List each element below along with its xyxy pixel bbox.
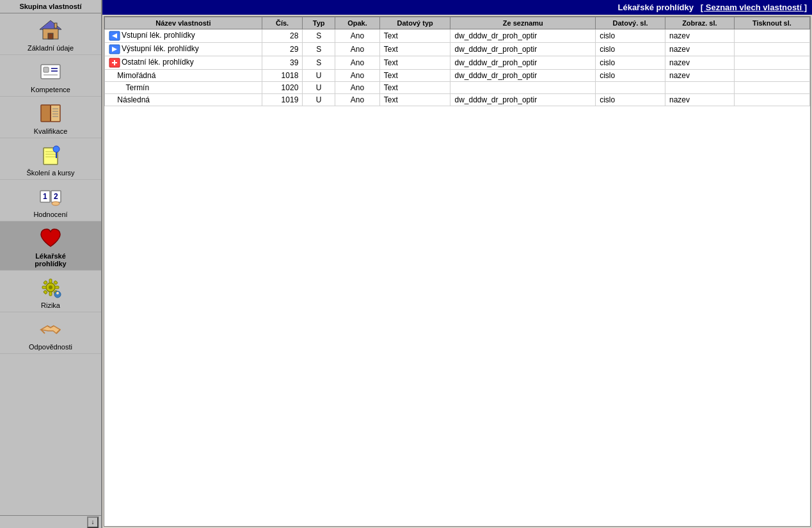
svg-rect-32	[55, 286, 59, 289]
table-row[interactable]: Následná1019UAnoTextdw_dddw_dr_proh_opti…	[105, 94, 810, 106]
svg-point-26	[52, 202, 60, 205]
svg-point-20	[53, 146, 60, 152]
cell-opak: Ano	[335, 94, 380, 106]
cell-opak: Ano	[335, 82, 380, 94]
col-header-nazev: Název vlastnosti	[105, 17, 262, 29]
handshake-icon	[38, 316, 63, 342]
sidebar-item-hodnoceni[interactable]: 1 2 Hodnocení	[0, 180, 101, 221]
properties-table-container: Název vlastnosti Čís. Typ Opak. Datový t…	[104, 16, 811, 527]
sidebar-header: Skupina vlastností	[0, 0, 101, 13]
seznam-vlastnosti-link[interactable]: [ Seznam vlech vlastností ]	[701, 3, 807, 12]
svg-rect-39	[56, 294, 60, 297]
svg-marker-0	[40, 20, 61, 29]
sidebar-item-label-rizika: Rizika	[41, 301, 60, 309]
col-header-ze-seznamu: Ze seznamu	[450, 17, 596, 29]
table-row[interactable]: Výstupní lék. prohlídky29SAnoTextdw_dddw…	[105, 43, 810, 56]
main-header: Lékařské prohlídky [ Seznam vlech vlastn…	[102, 0, 812, 15]
cell-ze-seznamu: dw_dddw_dr_proh_optir	[450, 94, 596, 106]
col-header-cis: Čís.	[262, 17, 302, 29]
book-icon	[38, 100, 63, 126]
row-icon-blue-in	[109, 31, 120, 41]
cell-nazev: Termín	[105, 82, 262, 94]
cell-datovy-sl: cislo	[596, 29, 665, 43]
main-content: Lékařské prohlídky [ Seznam vlech vlastn…	[102, 0, 812, 528]
cell-typ: S	[303, 56, 335, 70]
cell-datovy-typ: Text	[379, 56, 450, 70]
cell-nazev: Ostatní lék. prohlídky	[105, 56, 262, 70]
table-row[interactable]: Termín1020UAnoText	[105, 82, 810, 94]
main-title: Lékařské prohlídky	[617, 3, 694, 12]
col-header-datovy-sl: Datový. sl.	[596, 17, 665, 29]
table-row[interactable]: Ostatní lék. prohlídky39SAnoTextdw_dddw_…	[105, 56, 810, 70]
svg-rect-10	[51, 105, 60, 122]
sidebar-item-kompetence[interactable]: Kompetence	[0, 55, 101, 97]
sidebar-item-label-lekarske-prohlidky: Lékařsképrohlídky	[35, 252, 67, 268]
cell-zobraz-sl: nazev	[665, 29, 734, 43]
col-header-opak: Opak.	[335, 17, 380, 29]
cell-tisknout-sl	[734, 94, 809, 106]
cell-cis: 1019	[262, 94, 302, 106]
row-icon-red-plus	[109, 58, 120, 68]
cell-opak: Ano	[335, 29, 380, 43]
cell-cis: 1018	[262, 70, 302, 82]
cell-ze-seznamu: dw_dddw_dr_proh_optir	[450, 70, 596, 82]
cell-zobraz-sl: nazev	[665, 56, 734, 70]
cell-ze-seznamu	[450, 82, 596, 94]
sidebar-item-lekarske-prohlidky[interactable]: Lékařsképrohlídky	[0, 221, 101, 271]
cell-cis: 28	[262, 29, 302, 43]
col-header-tisknout-sl: Tisknout sl.	[734, 17, 809, 29]
cell-datovy-typ: Text	[379, 70, 450, 82]
col-header-typ: Typ	[303, 17, 335, 29]
svg-rect-30	[49, 292, 52, 296]
sidebar-item-label-hodnoceni: Hodnocení	[33, 211, 67, 218]
svg-rect-9	[41, 105, 51, 122]
cell-zobraz-sl: nazev	[665, 94, 734, 106]
cell-datovy-typ: Text	[379, 82, 450, 94]
cell-datovy-typ: Text	[379, 43, 450, 56]
cell-datovy-sl: cislo	[596, 43, 665, 56]
cell-ze-seznamu: dw_dddw_dr_proh_optir	[450, 29, 596, 43]
col-header-datovy-typ: Datový typ	[379, 17, 450, 29]
sidebar-item-label-odpovednosti: Odpovědnosti	[29, 343, 72, 351]
svg-point-38	[56, 292, 59, 294]
svg-rect-33	[44, 280, 47, 284]
table-row[interactable]: Mimořádná1018UAnoTextdw_dddw_dr_proh_opt…	[105, 70, 810, 82]
svg-text:2: 2	[54, 192, 58, 201]
cell-nazev: Vstupní lék. prohlídky	[105, 29, 262, 43]
cell-tisknout-sl	[734, 56, 809, 70]
svg-rect-31	[42, 286, 46, 289]
sidebar-item-kvalifikace[interactable]: Kvalifikace	[0, 97, 101, 138]
svg-rect-3	[54, 23, 57, 28]
cell-cis: 1020	[262, 82, 302, 94]
cell-datovy-typ: Text	[379, 94, 450, 106]
cell-typ: U	[303, 94, 335, 106]
sidebar-item-skoleni[interactable]: Školení a kursy	[0, 138, 101, 180]
cell-zobraz-sl: nazev	[665, 70, 734, 82]
row-icon-blue-out	[109, 44, 120, 54]
sidebar-item-odpovednosti[interactable]: Odpovědnosti	[0, 312, 101, 354]
cell-cis: 39	[262, 56, 302, 70]
svg-rect-2	[48, 33, 53, 39]
svg-text:1: 1	[43, 192, 47, 201]
sidebar-item-label-zakladni-udaje: Základní údaje	[28, 44, 74, 52]
table-row[interactable]: Vstupní lék. prohlídky28SAnoTextdw_dddw_…	[105, 29, 810, 43]
cell-nazev: Mimořádná	[105, 70, 262, 82]
cell-datovy-sl: cislo	[596, 94, 665, 106]
scroll-down-button[interactable]: ↓	[87, 516, 99, 528]
cell-typ: U	[303, 82, 335, 94]
cell-opak: Ano	[335, 70, 380, 82]
cell-typ: S	[303, 29, 335, 43]
col-header-zobraz-sl: Zobraz. sl.	[665, 17, 734, 29]
cell-typ: U	[303, 70, 335, 82]
cell-ze-seznamu: dw_dddw_dr_proh_optir	[450, 56, 596, 70]
cell-zobraz-sl: nazev	[665, 43, 734, 56]
heart-icon	[38, 225, 63, 251]
gear-icon	[38, 275, 63, 300]
cell-datovy-sl: cislo	[596, 70, 665, 82]
cell-zobraz-sl	[665, 82, 734, 94]
sidebar-item-zakladni-udaje[interactable]: Základní údaje	[0, 13, 101, 55]
sidebar-item-rizika[interactable]: Rizika	[0, 271, 101, 312]
num-icon: 1 2	[38, 184, 63, 209]
cell-nazev: Následná	[105, 94, 262, 106]
svg-rect-5	[44, 67, 49, 72]
